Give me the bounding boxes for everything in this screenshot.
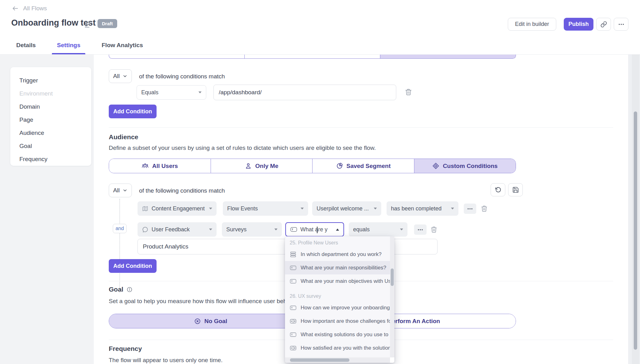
scale-icon bbox=[290, 319, 297, 324]
condition1-operator-value: has been completed bbox=[391, 205, 448, 212]
sidebar-item-environment: Environment bbox=[19, 87, 91, 100]
segment-label: Custom Conditions bbox=[443, 163, 498, 170]
page-scrollbar-thumb[interactable] bbox=[634, 111, 637, 350]
dropdown-item[interactable]: How satisfied are you with the solution? bbox=[285, 341, 390, 355]
page-url-input[interactable] bbox=[213, 85, 396, 100]
segment-label: Saved Segment bbox=[347, 163, 391, 170]
dropdown-item[interactable]: What are your main objectives with User.… bbox=[285, 274, 390, 288]
sidebar-item-domain[interactable]: Domain bbox=[19, 100, 91, 113]
scrollbar-thumb[interactable] bbox=[391, 268, 394, 286]
page-add-condition-button[interactable]: Add Condition bbox=[109, 105, 157, 118]
segment-label: Only Me bbox=[255, 163, 278, 170]
text-input-icon bbox=[290, 332, 297, 337]
condition-connector-line bbox=[119, 199, 120, 293]
segment-only-me[interactable]: Only Me bbox=[211, 159, 313, 173]
sidebar-item-frequency[interactable]: Frequency bbox=[19, 153, 91, 166]
dropdown-group-header: 25. Profile New Users bbox=[285, 236, 390, 248]
back-to-all-flows[interactable]: All Flows bbox=[11, 5, 47, 12]
publish-button[interactable]: Publish bbox=[564, 18, 593, 31]
settings-sidebar: Trigger Environment Domain Page Audience… bbox=[10, 67, 91, 166]
sidebar-item-trigger[interactable]: Trigger bbox=[19, 74, 91, 87]
save-conditions-button[interactable] bbox=[508, 183, 523, 196]
scale-icon bbox=[290, 346, 297, 351]
page-operator-select[interactable]: Equals bbox=[137, 85, 206, 100]
sidebar-item-goal[interactable]: Goal bbox=[19, 140, 91, 153]
page-match-count-select[interactable]: All bbox=[109, 69, 132, 83]
segment-no-goal[interactable]: No Goal bbox=[109, 314, 312, 328]
audience-match-count-value: All bbox=[113, 187, 120, 194]
ellipsis-icon bbox=[467, 206, 473, 212]
audience-match-text: of the following conditions match bbox=[139, 187, 225, 194]
condition1-category-select[interactable]: Content Engagement bbox=[138, 201, 217, 216]
list-icon bbox=[290, 251, 297, 258]
condition2-more-button[interactable] bbox=[414, 224, 427, 235]
audience-add-condition-button[interactable]: Add Condition bbox=[109, 259, 157, 273]
frequency-title: Frequency bbox=[109, 345, 142, 352]
page-title: Onboarding flow test bbox=[11, 18, 96, 28]
condition1-category-value: Content Engagement bbox=[152, 205, 206, 212]
sidebar-item-page[interactable]: Page bbox=[19, 113, 91, 126]
edit-in-builder-button[interactable]: Edit in builder bbox=[508, 18, 556, 31]
dropdown-item[interactable]: What existing solutions do you use to so… bbox=[285, 328, 390, 341]
info-icon[interactable] bbox=[127, 287, 132, 293]
delete-condition2-icon[interactable] bbox=[430, 226, 438, 234]
text-input-icon bbox=[290, 265, 297, 270]
segment-all-users[interactable]: All Users bbox=[109, 159, 211, 173]
tab-settings[interactable]: Settings bbox=[56, 42, 82, 54]
dropdown-item-label: What are your main objectives with User.… bbox=[301, 278, 390, 284]
goal-title: Goal bbox=[109, 286, 123, 293]
condition2-type-select[interactable]: Surveys bbox=[222, 222, 282, 237]
copy-link-button[interactable] bbox=[596, 18, 611, 31]
sidebar-item-audience[interactable]: Audience bbox=[19, 126, 91, 140]
text-cursor bbox=[317, 227, 318, 233]
condition1-type-select[interactable]: Flow Events bbox=[223, 201, 308, 216]
tab-flow-analytics[interactable]: Flow Analytics bbox=[100, 42, 144, 54]
save-icon bbox=[512, 186, 519, 193]
dropdown-vertical-scrollbar[interactable] bbox=[390, 236, 394, 357]
segment-saved-segment[interactable]: Saved Segment bbox=[312, 159, 414, 173]
link-icon bbox=[600, 21, 607, 28]
condition2-operator-select[interactable]: equals bbox=[349, 222, 408, 237]
dropdown-item-label: What are your main responsibilities? bbox=[301, 265, 386, 271]
dropdown-item-highlighted[interactable]: What are your main responsibilities? bbox=[285, 261, 390, 274]
segment-custom-conditions[interactable]: Custom Conditions bbox=[414, 159, 516, 173]
dropdown-item-label: What existing solutions do you use to so… bbox=[301, 332, 390, 338]
pie-chart-icon bbox=[336, 162, 343, 170]
dropdown-item[interactable]: In which department do you work? bbox=[285, 248, 390, 261]
dropdown-item[interactable]: How can we improve your onboarding e... bbox=[285, 301, 390, 314]
frequency-description: The flow will appear to users only one t… bbox=[109, 357, 222, 364]
more-options-button[interactable] bbox=[614, 18, 628, 31]
caret-down-icon bbox=[274, 229, 278, 230]
condition1-type-value: Flow Events bbox=[227, 205, 298, 212]
edit-title-icon[interactable] bbox=[84, 20, 92, 28]
page-match-text: of the following conditions match bbox=[139, 73, 225, 80]
text-input-icon bbox=[290, 305, 297, 310]
condition2-category-select[interactable]: User Feedback bbox=[138, 222, 217, 237]
delete-page-condition-icon[interactable] bbox=[405, 88, 412, 96]
section-divider bbox=[109, 127, 613, 128]
dropdown-item-label: How satisfied are you with the solution? bbox=[301, 345, 390, 351]
page-header: All Flows Onboarding flow test Draft Edi… bbox=[0, 0, 640, 55]
condition1-more-button[interactable] bbox=[464, 204, 476, 214]
dropdown-item-label: How can we improve your onboarding e... bbox=[301, 305, 390, 311]
page-position-segmented-control-partial[interactable] bbox=[109, 55, 516, 59]
dropdown-group-header: 26. UX survey bbox=[285, 290, 390, 301]
scrollbar-thumb[interactable] bbox=[290, 358, 349, 362]
condition2-question-select[interactable]: What are y bbox=[285, 222, 344, 237]
reset-conditions-button[interactable] bbox=[491, 183, 505, 196]
caret-down-icon bbox=[301, 208, 304, 209]
condition2-question-value: What are y bbox=[300, 226, 333, 233]
ellipsis-icon bbox=[618, 21, 625, 28]
delete-condition1-icon[interactable] bbox=[481, 205, 488, 213]
audience-match-count-select[interactable]: All bbox=[109, 184, 132, 197]
condition2-operator-value: equals bbox=[353, 226, 397, 233]
dropdown-item[interactable]: How important are those challenges for t… bbox=[285, 314, 390, 328]
caret-down-icon bbox=[209, 229, 212, 230]
users-icon bbox=[142, 162, 149, 170]
audience-description: Define a subset of your users by using a… bbox=[109, 145, 376, 151]
condition1-operator-select[interactable]: has been completed bbox=[387, 201, 458, 216]
page-scrollbar-track[interactable] bbox=[632, 55, 639, 364]
condition1-item-select[interactable]: Userpilot welcome ... bbox=[312, 201, 381, 216]
tab-details[interactable]: Details bbox=[15, 42, 37, 54]
caret-down-icon bbox=[451, 208, 454, 209]
